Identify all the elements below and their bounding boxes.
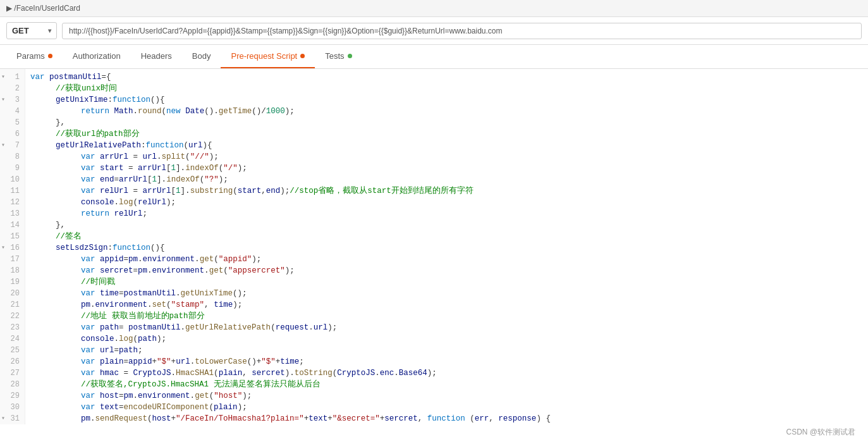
watermark: CSDN @软件测试君 [786, 427, 855, 438]
ln-6: 6 [0, 128, 25, 140]
ln-2: 2 [0, 83, 25, 94]
ln-12: 12 [0, 197, 25, 208]
ln-5: 5 [0, 117, 25, 128]
ln-1: 1 [0, 71, 25, 83]
code-line-3: getUnixTime:function(){ [25, 94, 868, 106]
code-line-24: console.log(path); [25, 333, 868, 345]
tab-authorization-label: Authorization [73, 51, 121, 61]
tab-headers[interactable]: Headers [131, 45, 182, 68]
ln-21: 21 [0, 299, 25, 311]
method-label: GET [12, 26, 29, 35]
code-line-18: var sercret=pm.environment.get("appsercr… [25, 265, 868, 276]
code-line-30: var text=encodeURIComponent(plain); [25, 402, 868, 413]
ln-4: 4 [0, 106, 25, 117]
code-line-13: return relUrl; [25, 208, 868, 219]
ln-13: 13 [0, 208, 25, 219]
code-line-11: var relUrl = arrUrl[1].substring(start,e… [25, 185, 868, 197]
code-line-9: var start = arrUrl[1].indexOf("/"); [25, 163, 868, 174]
code-line-2: //获取unix时间 [25, 83, 868, 94]
ln-14: 14 [0, 219, 25, 231]
path-text: ▶ /FaceIn/UserIdCard [6, 4, 80, 13]
tabs-bar: Params Authorization Headers Body Pre-re… [0, 45, 868, 69]
ln-29: 29 [0, 390, 25, 402]
code-line-8: var arrUrl = url.split("//"); [25, 151, 868, 163]
path-bar: ▶ /FaceIn/UserIdCard [0, 0, 868, 17]
ln-27: 27 [0, 367, 25, 379]
ln-15: 15 [0, 231, 25, 242]
ln-26: 26 [0, 356, 25, 367]
tab-authorization[interactable]: Authorization [63, 45, 131, 68]
code-line-6: //获取url的path部分 [25, 128, 868, 140]
code-line-22: //地址 获取当前地址的path部分 [25, 311, 868, 322]
code-line-1: var postmanUtil={ [25, 71, 868, 83]
code-line-20: var time=postmanUtil.getUnixTime(); [25, 288, 868, 299]
tab-body[interactable]: Body [182, 45, 221, 68]
method-select[interactable]: GET ▾ [6, 22, 57, 39]
code-line-26: var plain=appid+"$"+url.toLowerCase()+"$… [25, 356, 868, 367]
ln-24: 24 [0, 333, 25, 345]
ln-22: 22 [0, 311, 25, 322]
ln-20: 20 [0, 288, 25, 299]
code-line-5: }, [25, 117, 868, 128]
code-line-12: console.log(relUrl); [25, 197, 868, 208]
code-content: var postmanUtil={ //获取unix时间 getUnixTime… [25, 69, 868, 424]
code-line-14: }, [25, 219, 868, 231]
tab-params[interactable]: Params [6, 45, 63, 68]
tab-tests[interactable]: Tests [315, 45, 362, 68]
ln-17: 17 [0, 254, 25, 265]
code-line-31: pm.sendRequest(host+"/FaceIn/ToHmacsha1?… [25, 413, 868, 424]
ln-31: 31 [0, 413, 25, 424]
ln-16: 16 [0, 242, 25, 254]
code-line-15: //签名 [25, 231, 868, 242]
code-line-23: var path= postmanUtil.getUrlRelativePath… [25, 322, 868, 333]
tab-tests-label: Tests [325, 51, 344, 61]
params-dot [48, 54, 52, 58]
code-line-16: setLsdzSign:function(){ [25, 242, 868, 254]
code-line-25: var url=path; [25, 345, 868, 356]
ln-10: 10 [0, 174, 25, 185]
request-bar: GET ▾ [0, 17, 868, 45]
code-line-17: var appid=pm.environment.get("appid"); [25, 254, 868, 265]
ln-8: 8 [0, 151, 25, 163]
tab-prerequest[interactable]: Pre-request Script [221, 45, 315, 68]
ln-25: 25 [0, 345, 25, 356]
ln-23: 23 [0, 322, 25, 333]
tests-dot [348, 54, 352, 58]
tab-body-label: Body [192, 51, 211, 61]
ln-7: 7 [0, 140, 25, 151]
ln-18: 18 [0, 265, 25, 276]
chevron-down-icon: ▾ [48, 27, 51, 34]
code-editor[interactable]: 1 2 3 4 5 6 7 8 9 10 11 12 13 14 15 16 1… [0, 69, 868, 424]
ln-19: 19 [0, 276, 25, 288]
tab-prerequest-label: Pre-request Script [231, 51, 297, 61]
ln-3: 3 [0, 94, 25, 106]
tab-params-label: Params [16, 51, 45, 61]
tab-headers-label: Headers [141, 51, 172, 61]
ln-30: 30 [0, 402, 25, 413]
ln-28: 28 [0, 379, 25, 390]
code-line-7: getUrlRelativePath:function(url){ [25, 140, 868, 151]
ln-9: 9 [0, 163, 25, 174]
line-numbers: 1 2 3 4 5 6 7 8 9 10 11 12 13 14 15 16 1… [0, 69, 25, 424]
code-line-29: var host=pm.environment.get("host"); [25, 390, 868, 402]
code-line-4: return Math.round(new Date().getTime()/1… [25, 106, 868, 117]
ln-11: 11 [0, 185, 25, 197]
code-line-28: //获取签名,CryptoJS.HmacSHA1 无法满足签名算法只能从后台 [25, 379, 868, 390]
url-input[interactable] [62, 23, 862, 39]
code-line-27: var hmac = CryptoJS.HmacSHA1(plain, serc… [25, 367, 868, 379]
code-line-10: var end=arrUrl[1].indexOf("?"); [25, 174, 868, 185]
code-line-21: pm.environment.set("stamp", time); [25, 299, 868, 311]
prerequest-dot [300, 54, 305, 58]
code-line-19: //时间戳 [25, 276, 868, 288]
